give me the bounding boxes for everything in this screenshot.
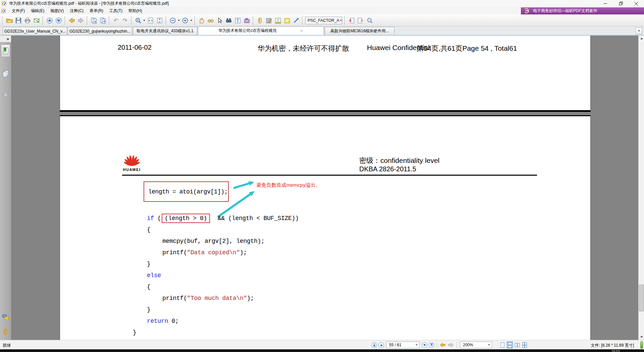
code-text: { [147, 283, 151, 290]
code-block: if ((length > 0) && (length < BUF_SIZE))… [133, 213, 299, 338]
zoom-out-icon[interactable] [168, 16, 177, 25]
page-footer-pageinfo: 第54页,共61页Page 54 , Total61 [417, 44, 517, 53]
save-icon[interactable] [14, 16, 23, 25]
copy-page-icon[interactable] [89, 16, 98, 25]
bookmarks-panel-icon[interactable] [1, 44, 10, 57]
undo-icon[interactable]: ↶ [111, 16, 120, 25]
tab-433-module-protocol[interactable]: 取电开关通讯协议_433模块v1.1 [133, 27, 197, 35]
menu-file[interactable]: 文件(F) [9, 7, 28, 15]
next-form-icon[interactable] [356, 16, 365, 25]
menu-tools[interactable]: 工具(T) [106, 7, 125, 15]
layers-panel-icon[interactable] [1, 88, 10, 101]
page-number-combo[interactable]: 55 / 61 [386, 342, 420, 348]
menu-help[interactable]: 帮助(H) [125, 7, 145, 15]
code-line: else [133, 270, 299, 281]
close-button[interactable] [629, 0, 644, 7]
back-view-icon[interactable] [67, 16, 76, 25]
huawei-brand-text: HUAWEI [121, 168, 142, 172]
first-page-icon[interactable] [371, 342, 377, 348]
document-restore-icon[interactable] [1, 9, 6, 13]
previous-view-icon[interactable] [440, 343, 446, 348]
next-page-icon[interactable] [422, 342, 427, 348]
typewriter-icon[interactable]: T [273, 16, 282, 25]
zoom-level-combo[interactable]: 200% [460, 342, 492, 348]
tab-label: GD32E230_gujiankuyonghuzhin... [68, 29, 132, 34]
expand-panel-icon[interactable]: » [7, 36, 11, 41]
menu-edit[interactable]: 编辑(E) [28, 7, 47, 15]
tab-huawei-c-standard[interactable]: 华为技术有限公司c语言编程规范 × [198, 26, 324, 35]
tab-list-dropdown[interactable] [635, 28, 642, 34]
scrollbar-thumb[interactable] [639, 284, 644, 311]
tab-close-icon[interactable]: × [299, 28, 304, 34]
highlight-text-icon[interactable] [282, 16, 291, 25]
scroll-up-icon[interactable] [639, 36, 644, 41]
comments-panel-icon[interactable] [1, 311, 10, 323]
continuous-layout-icon[interactable] [507, 342, 513, 348]
snapshot-icon[interactable] [242, 16, 251, 25]
next-page-icon[interactable] [54, 16, 63, 25]
next-view-icon[interactable] [448, 343, 454, 348]
form-field-combo[interactable]: PSC_FACTOR_A [305, 17, 342, 24]
form-field-combo-value: PSC_FACTOR_A [308, 18, 339, 23]
code-text: printf( [162, 295, 187, 302]
toolbar-gripper [42, 16, 44, 25]
fit-page-icon[interactable] [155, 16, 164, 25]
previous-form-icon[interactable] [347, 16, 356, 25]
pointer-tool-icon[interactable] [215, 16, 224, 25]
email-icon[interactable] [32, 16, 41, 25]
print-icon[interactable] [23, 16, 32, 25]
clock-text: 16:02 [611, 350, 620, 352]
code-line: memcpy(buf, argv[2], length); [133, 235, 299, 247]
zoom-level-value: 200% [463, 343, 473, 347]
previous-page-icon[interactable] [378, 342, 384, 348]
select-text-icon[interactable] [206, 16, 215, 25]
attachments-panel-icon[interactable] [1, 325, 10, 338]
vertical-scrollbar[interactable] [638, 36, 644, 340]
menu-comment[interactable]: 注释(C) [67, 7, 87, 15]
redo-icon[interactable]: ↷ [120, 16, 129, 25]
arrow-annotation-icon[interactable] [291, 16, 301, 25]
menu-view[interactable]: 视图(V) [47, 7, 67, 15]
zoom-in-dropdown[interactable] [190, 20, 192, 21]
tab-gd32e23x-manual[interactable]: GD32E23x_User_Manual_CN_v... [3, 27, 67, 35]
note-comment-icon[interactable] [264, 16, 273, 25]
scroll-down-icon[interactable] [639, 334, 644, 340]
tab-gd32e230-firmware[interactable]: GD32E230_gujiankuyonghuzhin... [68, 27, 132, 35]
banner-swirl-icon [523, 8, 532, 14]
page-footer-notice: 华为机密，未经许可不得扩散 [258, 44, 349, 53]
highlight-box-length-check: (length > 0) [162, 214, 210, 223]
code-line: printf("Data copied\n"); [133, 247, 299, 258]
marquee-zoom-dropdown[interactable] [143, 20, 145, 21]
minimize-button[interactable] [598, 0, 613, 7]
marquee-zoom-icon[interactable] [133, 16, 143, 25]
open-file-icon[interactable] [5, 16, 14, 25]
restore-button[interactable] [613, 0, 629, 7]
fit-width-icon[interactable] [146, 16, 155, 25]
promo-banner[interactable]: 电子商务好伴侣—福昕PDF文档套件 [521, 7, 644, 14]
zoom-out-dropdown[interactable] [178, 20, 180, 21]
boxed-code-text: length = atoi(argv[1]); [144, 188, 228, 195]
pages-panel-icon[interactable] [1, 67, 10, 80]
previous-page-icon[interactable] [45, 16, 54, 25]
sidebar-header: » [0, 36, 11, 42]
select-annotation-icon[interactable]: T [233, 16, 242, 25]
forward-view-icon[interactable] [76, 16, 85, 25]
code-string: "Data copied\n" [187, 249, 240, 256]
continuous-facing-layout-icon[interactable] [522, 342, 528, 348]
tab-label: 取电开关通讯协议_433模块v1.1 [135, 28, 195, 34]
single-page-layout-icon[interactable] [499, 342, 505, 348]
menu-form[interactable]: 表单(R) [87, 7, 106, 15]
hand-tool-icon[interactable] [197, 16, 206, 25]
paste-page-icon[interactable] [98, 16, 107, 25]
zoom-in-icon[interactable] [180, 16, 190, 25]
field-search-icon[interactable] [365, 16, 374, 25]
facing-layout-icon[interactable] [514, 342, 520, 348]
svg-text:T: T [277, 18, 279, 22]
promo-pill-icon[interactable] [640, 341, 643, 349]
document-viewport[interactable]: 2011-06-02 华为机密，未经许可不得扩散 Huawei Confiden… [11, 36, 638, 340]
last-page-icon[interactable] [429, 342, 434, 348]
tab-me3616-hardware[interactable]: 高新兴物联ME3616模块硬件用... [325, 27, 394, 35]
find-icon[interactable] [224, 16, 233, 25]
attach-file-icon[interactable] [255, 16, 264, 25]
code-text: printf( [162, 249, 187, 256]
